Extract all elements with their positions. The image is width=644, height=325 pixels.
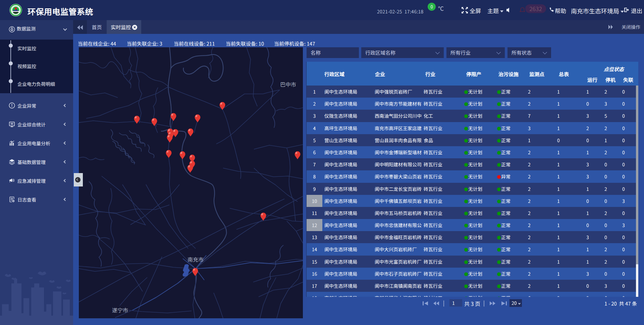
- svg-text:巴中市: 巴中市: [280, 80, 296, 88]
- svg-text:南充市: 南充市: [187, 255, 204, 263]
- svg-text:遂宁市: 遂宁市: [112, 306, 128, 314]
